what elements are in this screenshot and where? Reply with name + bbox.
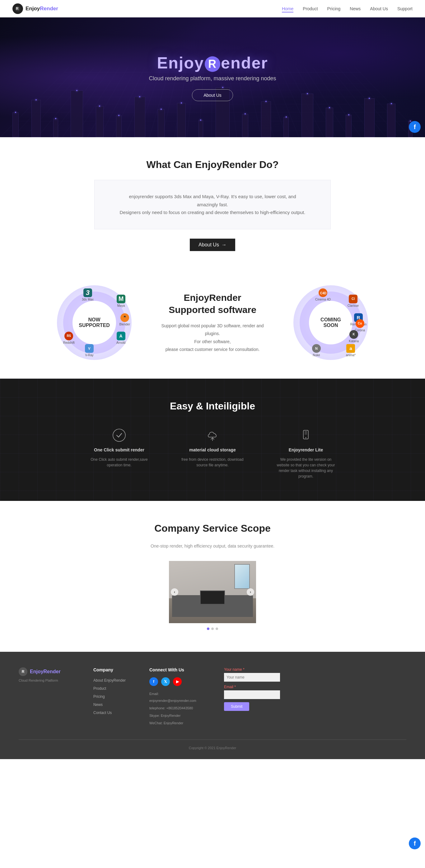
software-cinema4d: C4D Cinema 4D [315, 288, 331, 301]
nav-item-news[interactable]: News [350, 6, 361, 11]
building [326, 107, 333, 137]
hero-section: EnjoyRender Cloud rendering platform, ma… [0, 18, 425, 137]
svg-point-13 [306, 437, 306, 438]
navbar-logo[interactable]: R EnjoyRender [12, 3, 58, 14]
supported-title: EnjoyRenderSupported software [156, 291, 269, 316]
svg-point-7 [113, 429, 125, 441]
facebook-float-hero[interactable]: f [409, 121, 421, 133]
software-vray: V V-Ray [85, 344, 94, 357]
software-katana: K Katana [349, 330, 359, 343]
footer-link-news[interactable]: News [93, 702, 131, 707]
logo-icon: R [12, 3, 23, 14]
name-label: Your name * [224, 667, 406, 672]
supported-text: EnjoyRenderSupported software Support gl… [156, 291, 269, 353]
footer-logo: R EnjoyRender [19, 667, 75, 676]
feature-3-name: Enjoyrender Lite [289, 447, 323, 452]
nav-item-about[interactable]: About Us [370, 6, 388, 11]
what-about-button[interactable]: About Us → [190, 239, 235, 251]
carousel-dot-3[interactable] [216, 627, 218, 630]
footer-top: R EnjoyRender Cloud Rendering Platform C… [19, 667, 406, 727]
carousel-next-button[interactable]: › [247, 588, 254, 596]
carousel-dot-1[interactable] [207, 627, 209, 630]
carousel-dots [12, 627, 413, 630]
svg-point-4 [124, 317, 125, 318]
room-background [169, 561, 256, 623]
coming-soon-label: COMINGSOON [309, 301, 353, 344]
hero-about-button[interactable]: About Us [192, 89, 233, 101]
email-label: Email * [224, 685, 406, 689]
easy-title: Easy & Inteiligible [12, 400, 413, 412]
easy-features: One Click submit render One Click auto s… [12, 428, 413, 479]
footer-logo-text: EnjoyRender [30, 669, 61, 675]
footer-link-product[interactable]: Product [93, 685, 131, 691]
navbar-brand: EnjoyRender [26, 6, 58, 12]
feature-1-name: One Click submit render [94, 447, 144, 452]
supported-description: Support global most popular 3D software,… [156, 322, 269, 353]
supported-section: NOWSUPPORTED 3 3ds Max M Maya Blender A … [0, 267, 425, 379]
footer-company-title: Company [93, 667, 131, 672]
building [134, 97, 145, 137]
submit-button[interactable]: Submit [224, 702, 249, 711]
building [261, 101, 271, 137]
building [31, 100, 41, 137]
building [177, 103, 186, 137]
software-3dsmax: 3 3ds Max [82, 288, 94, 301]
nav-item-pricing[interactable]: Pricing [327, 6, 341, 11]
nav-item-support[interactable]: Support [397, 6, 413, 11]
room-tv [200, 590, 225, 604]
footer-link-about[interactable]: About EnjoyRender [93, 677, 131, 683]
what-title: What Can EnjoyRender Do? [12, 159, 413, 170]
coming-soon-circle: COMINGSOON C4D Cinema 4D Cl Clarisse R R… [294, 285, 368, 360]
footer-company-col: Company About EnjoyRender Product Pricin… [93, 667, 131, 727]
cloud-storage-icon [205, 428, 220, 443]
footer-form: Your name * Email * Submit [224, 667, 406, 727]
name-input[interactable] [224, 673, 280, 682]
building [199, 120, 203, 137]
service-title: Company Service Scope [12, 523, 413, 534]
building [158, 109, 164, 137]
building [242, 114, 248, 137]
hero-subtitle: Cloud rendering platform, massive render… [149, 75, 276, 82]
what-description: enjoyrender supports 3ds Max and Maya, V… [119, 193, 306, 217]
software-arnold: A Arnold [116, 332, 125, 344]
nav-item-home[interactable]: Home [282, 6, 294, 11]
feature-1-desc: One Click auto submit render,save operat… [88, 457, 150, 468]
building [387, 103, 395, 137]
service-image: ‹ › [169, 561, 256, 623]
youtube-icon[interactable]: ▶ [173, 677, 182, 686]
footer-telephone: telephone: +8618520443580 [149, 705, 205, 712]
software-clarisse: Cl Clarisse [347, 294, 359, 307]
facebook-icon[interactable]: f [149, 677, 158, 686]
software-nuke: N Nuke [312, 344, 321, 357]
carousel-prev-button[interactable]: ‹ [171, 588, 178, 596]
building [116, 116, 122, 137]
svg-text:R: R [16, 6, 19, 11]
easy-section: Easy & Inteiligible One Click submit ren… [0, 379, 425, 501]
footer-link-pricing[interactable]: Pricing [93, 693, 131, 699]
carousel-dot-2[interactable] [211, 627, 214, 630]
footer-contact-info: Email: enjoyrender@enjoyrender.com telep… [149, 690, 205, 726]
software-maya: M Maya [117, 294, 125, 307]
email-input[interactable] [224, 690, 280, 699]
hero-title: EnjoyRender [149, 54, 276, 72]
what-description-box: enjoyrender supports 3ds Max and Maya, V… [94, 180, 331, 229]
building [302, 94, 313, 137]
building [96, 106, 103, 137]
one-click-icon [111, 428, 127, 443]
feature-lite: Enjoyrender Lite We provided the lite ve… [275, 428, 337, 479]
twitter-icon[interactable]: 𝕏 [161, 677, 170, 686]
lite-icon [298, 428, 314, 443]
footer-link-contact[interactable]: Contact Us [93, 710, 131, 715]
footer: R EnjoyRender Cloud Rendering Platform C… [0, 652, 425, 759]
feature-one-click: One Click submit render One Click auto s… [88, 428, 150, 479]
building [346, 115, 352, 137]
footer-skype: Skype: EnjoyRender [149, 712, 205, 719]
footer-logo-icon: R [19, 667, 27, 676]
building [364, 98, 374, 137]
footer-connect-col: Connect With Us f 𝕏 ▶ Email: enjoyrender… [149, 667, 205, 727]
service-subtitle: One-stop render, high efficiency output,… [12, 544, 413, 549]
feature-2-name: material cloud storage [189, 447, 236, 452]
software-anima: a anima* [346, 344, 356, 357]
nav-item-product[interactable]: Product [303, 6, 318, 11]
now-supported-label: NOWSUPPORTED [72, 301, 116, 344]
